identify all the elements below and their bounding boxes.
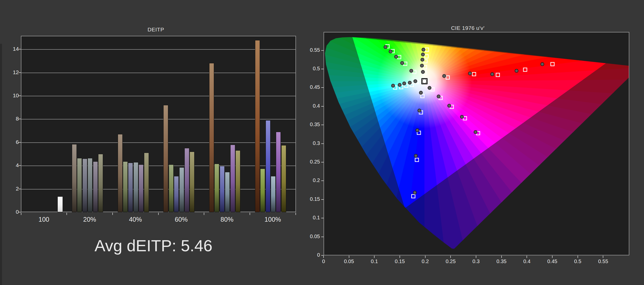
bar-60%-green — [169, 165, 174, 212]
y-axis-tick-6 — [19, 142, 21, 143]
measured-point-red-40% — [468, 72, 472, 75]
gridline-y-4 — [21, 166, 295, 166]
bar-60%-cyan — [179, 167, 184, 212]
cie-y-tick-0 — [321, 255, 324, 256]
y-axis-tick-2 — [19, 189, 21, 189]
cie-y-label-0.1: 0.1 — [302, 215, 320, 221]
cie-y-tick-0.5 — [321, 69, 324, 69]
y-axis-label-8: 8 — [3, 116, 19, 122]
cie-x-label-0.2: 0.2 — [416, 258, 434, 264]
measured-point-green-20% — [410, 69, 413, 73]
gridline-y-6 — [21, 142, 295, 143]
x-axis-label-80%: 80% — [209, 216, 245, 223]
x-axis-label-20%: 20% — [72, 216, 108, 223]
avg-deitp-annotation: Avg dEITP: 5.46 — [95, 236, 213, 255]
cie-y-label-0.05: 0.05 — [302, 234, 320, 239]
measured-point-cyan-100% — [392, 84, 395, 87]
white-point-measured — [422, 79, 427, 83]
y-axis-tick-4 — [19, 165, 21, 166]
x-axis-label-40%: 40% — [117, 216, 154, 223]
measured-point-cyan-80% — [398, 83, 401, 87]
y-axis-tick-12 — [19, 72, 21, 73]
y-axis-tick-14 — [19, 49, 21, 49]
measured-point-magenta-40% — [437, 95, 440, 98]
cie-y-tick-0.1 — [321, 218, 324, 218]
measured-point-blue-100% — [413, 191, 417, 194]
measured-point-yellow-80% — [421, 53, 425, 56]
cie-x-label-0.4: 0.4 — [518, 258, 536, 264]
bar-100%-magenta — [276, 132, 281, 212]
measured-point-blue-20% — [419, 91, 423, 94]
cie-x-label-0.55: 0.55 — [594, 258, 612, 264]
measured-point-red-20% — [443, 74, 446, 78]
cie-y-label-0.55: 0.55 — [302, 47, 320, 53]
bar-60%-blue — [174, 176, 179, 212]
measured-point-cyan-40% — [408, 81, 411, 84]
bar-20%-blue — [82, 159, 87, 212]
measured-point-yellow-40% — [420, 64, 424, 67]
cie-y-tick-0.4 — [321, 106, 324, 107]
bar-100-white — [57, 196, 63, 212]
cie-x-tick-0.25 — [450, 256, 451, 258]
cie-x-label-0.15: 0.15 — [391, 258, 409, 264]
cie-y-label-0.35: 0.35 — [302, 122, 320, 127]
x-axis-tick-3 — [158, 213, 159, 215]
measured-point-yellow-20% — [421, 70, 425, 74]
measured-point-yellow-100% — [422, 48, 425, 51]
y-axis-label-2: 2 — [3, 186, 19, 192]
y-axis-label-4: 4 — [3, 162, 19, 168]
bar-60%-magenta — [184, 148, 189, 212]
bar-100%-yellow — [281, 145, 286, 212]
y-axis-label-10: 10 — [3, 92, 19, 99]
cie-y-tick-0.25 — [321, 162, 324, 162]
x-axis-label-60%: 60% — [163, 216, 199, 223]
bar-40%-blue — [128, 163, 133, 212]
gridline-y-2 — [21, 189, 295, 189]
bar-20%-red — [72, 144, 77, 212]
y-axis-label-12: 12 — [3, 69, 19, 75]
cie-x-tick-0.15 — [400, 256, 400, 258]
measured-point-green-80% — [389, 50, 392, 53]
gridline-y-8 — [21, 119, 295, 119]
measured-point-cyan-60% — [403, 82, 406, 85]
measured-point-red-80% — [515, 69, 518, 73]
cie-y-label-0.15: 0.15 — [302, 196, 320, 202]
cie-y-tick-0.05 — [321, 237, 324, 237]
cie-x-tick-0.4 — [527, 256, 527, 258]
cie-x-label-0.45: 0.45 — [543, 258, 561, 264]
cie-x-tick-0.2 — [425, 256, 426, 258]
bar-60%-red — [163, 105, 168, 212]
cie-y-tick-0.35 — [321, 125, 324, 125]
bar-80%-red — [209, 63, 214, 212]
measured-point-magenta-60% — [448, 104, 451, 107]
x-axis-tick-6 — [295, 213, 296, 215]
cie-x-tick-0.3 — [476, 256, 476, 258]
bar-20%-yellow — [98, 154, 103, 212]
x-axis-tick-0 — [21, 213, 21, 215]
bar-40%-yellow — [144, 153, 149, 212]
bar-20%-green — [77, 158, 82, 212]
measured-point-magenta-20% — [428, 86, 431, 90]
cie-y-tick-0.2 — [321, 180, 324, 181]
gridline-y-10 — [21, 96, 295, 96]
bar-40%-green — [123, 161, 128, 212]
cie-x-label-0: 0 — [315, 258, 333, 264]
bar-20%-cyan — [88, 158, 92, 212]
left-edge-strip — [0, 44, 2, 285]
bar-60%-yellow — [190, 152, 194, 212]
cie-x-tick-0.45 — [552, 256, 553, 258]
bar-80%-green — [214, 164, 219, 212]
y-axis-label-0: 0 — [3, 209, 19, 215]
deitp-plot-area — [21, 36, 296, 212]
cie-y-tick-0.15 — [321, 199, 324, 200]
bar-80%-magenta — [230, 145, 235, 212]
x-axis-tick-2 — [112, 213, 113, 215]
x-axis-label-100%: 100% — [255, 216, 291, 223]
y-axis-label-6: 6 — [3, 139, 19, 145]
bar-100%-green — [260, 169, 265, 212]
bar-40%-magenta — [139, 165, 143, 212]
y-axis-tick-0 — [19, 212, 21, 212]
x-axis-label-100: 100 — [26, 216, 62, 223]
cie-y-label-0: 0 — [302, 252, 320, 258]
cie-y-label-0.3: 0.3 — [302, 140, 320, 146]
